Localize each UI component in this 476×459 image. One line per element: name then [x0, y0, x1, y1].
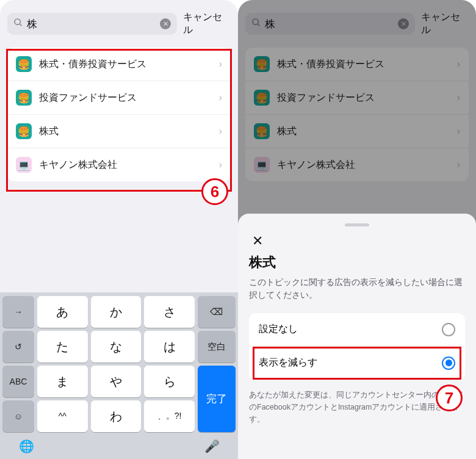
step-badge-7: 7	[436, 385, 463, 411]
option-list: 設定なし 表示を減らす	[249, 313, 465, 380]
search-results-list: 🍔 株式・債券投資サービス › 🍔 投資ファンドサービス › 🍔 株式 › 💻 …	[7, 48, 231, 181]
clear-search-icon[interactable]: ✕	[160, 18, 171, 29]
search-icon	[13, 18, 23, 30]
result-label: 株式・債券投資サービス	[39, 58, 212, 71]
topic-icon: 💻	[16, 157, 32, 173]
key-space[interactable]: 空白	[198, 331, 236, 363]
globe-icon[interactable]: 🌐	[17, 437, 35, 455]
key-ra[interactable]: ら	[144, 366, 195, 397]
option-label: 表示を減らす	[259, 356, 317, 369]
topic-icon: 🍔	[16, 56, 32, 72]
result-label: 投資ファンドサービス	[39, 92, 212, 104]
topic-settings-sheet: ✕ 株式 このトピックに関する広告の表示を減らしたい場合に選択してください。 設…	[238, 214, 476, 459]
key-ta[interactable]: た	[37, 331, 88, 363]
svg-line-1	[20, 24, 21, 26]
key-wa[interactable]: わ	[91, 400, 142, 432]
key-ka[interactable]: か	[91, 296, 142, 328]
key-a[interactable]: あ	[37, 296, 88, 328]
chevron-right-icon: ›	[219, 59, 222, 70]
key-ma[interactable]: ま	[37, 366, 88, 397]
key-ya[interactable]: や	[91, 366, 142, 397]
search-input[interactable]	[27, 18, 156, 30]
option-label: 設定なし	[259, 323, 298, 336]
svg-point-0	[15, 19, 20, 24]
mic-icon[interactable]: 🎤	[203, 437, 221, 455]
chevron-right-icon: ›	[219, 92, 222, 103]
topic-icon: 🍔	[16, 123, 32, 139]
onscreen-keyboard: → あ か さ ⌫ ↺ た な は 空白 ABC ま や ら 完了 ☺ ^^ わ…	[0, 292, 238, 459]
key-arrow[interactable]: →	[2, 296, 34, 328]
result-row[interactable]: 🍔 株式・債券投資サービス ›	[7, 48, 231, 81]
radio-selected-icon	[442, 356, 455, 370]
key-caret[interactable]: ^^	[37, 400, 88, 432]
chevron-right-icon: ›	[219, 126, 222, 137]
radio-unselected-icon	[442, 323, 455, 336]
sheet-title: 株式	[249, 253, 465, 272]
option-none[interactable]: 設定なし	[249, 313, 465, 347]
result-row[interactable]: 🍔 投資ファンドサービス ›	[7, 81, 231, 115]
option-reduce[interactable]: 表示を減らす	[249, 347, 465, 380]
key-abc[interactable]: ABC	[2, 366, 34, 397]
step-badge-6: 6	[201, 178, 228, 205]
close-button[interactable]: ✕	[249, 233, 266, 250]
key-na[interactable]: な	[91, 331, 142, 363]
key-undo[interactable]: ↺	[2, 331, 34, 363]
chevron-right-icon: ›	[219, 159, 222, 170]
search-bar: ✕ キャンセル	[0, 0, 238, 44]
sheet-handle[interactable]	[345, 223, 369, 226]
result-label: 株式	[39, 125, 212, 138]
result-label: キヤノン株式会社	[39, 159, 212, 172]
result-row[interactable]: 🍔 株式 ›	[7, 115, 231, 148]
cancel-button[interactable]: キャンセル	[181, 11, 231, 37]
key-done[interactable]: 完了	[198, 366, 236, 432]
sheet-subtitle: このトピックに関する広告の表示を減らしたい場合に選択してください。	[249, 276, 465, 302]
left-screenshot: ✕ キャンセル 🍔 株式・債券投資サービス › 🍔 投資ファンドサービス › 🍔…	[0, 0, 238, 459]
sheet-footnote: あなたが加えた変更は、同じアカウントセンター内のすべてのFacebookアカウン…	[249, 389, 465, 425]
key-ha[interactable]: は	[144, 331, 195, 363]
result-row[interactable]: 💻 キヤノン株式会社 ›	[7, 148, 231, 181]
search-field[interactable]: ✕	[7, 13, 177, 35]
key-emoji[interactable]: ☺	[2, 400, 34, 432]
right-screenshot: ✕ キャンセル 🍔 株式・債券投資サービス › 🍔 投資ファンドサービス › 🍔…	[238, 0, 476, 459]
key-punct[interactable]: 、。?!	[144, 400, 195, 432]
topic-icon: 🍔	[16, 90, 32, 106]
key-backspace[interactable]: ⌫	[198, 296, 236, 328]
key-sa[interactable]: さ	[144, 296, 195, 328]
